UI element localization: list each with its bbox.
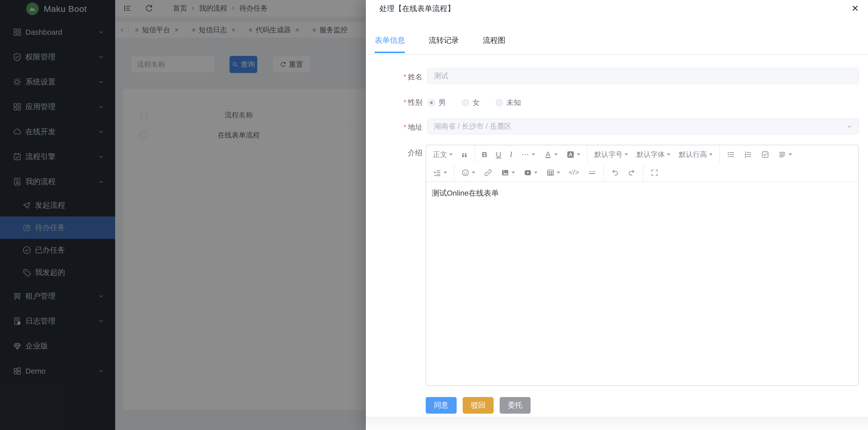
underline-button[interactable]: U — [492, 145, 506, 164]
paragraph-style-button[interactable]: 正文 — [429, 145, 457, 164]
video-button[interactable] — [519, 164, 542, 181]
required-asterisk: * — [404, 73, 406, 81]
address-label: *地址 — [366, 122, 423, 133]
name-field[interactable]: 测试 — [428, 68, 859, 84]
background-color-icon — [566, 150, 575, 159]
fullscreen-icon — [650, 168, 659, 177]
font-family-button[interactable]: 默认字体 — [632, 145, 675, 164]
link-button[interactable] — [479, 164, 497, 181]
table-icon — [546, 168, 555, 177]
process-drawer: 处理【在线表单流程】 × 表单信息 流转记录 流程图 *姓名 测试 *性别 男 … — [366, 0, 868, 430]
link-icon — [484, 168, 492, 177]
bullet-list-icon — [727, 150, 735, 159]
line-height-button[interactable]: 默认行高 — [675, 145, 717, 164]
gender-radio-unknown[interactable]: 未知 — [496, 98, 521, 108]
gender-radio-group: 男 女 未知 — [428, 98, 521, 108]
horizontal-rule-icon — [588, 168, 596, 177]
delegate-button[interactable]: 委托 — [500, 397, 531, 413]
undo-icon — [611, 168, 619, 177]
tabs-divider — [366, 54, 868, 55]
caret-down-icon — [449, 153, 453, 155]
indent-button[interactable] — [429, 164, 451, 181]
reject-button[interactable]: 驳回 — [463, 397, 494, 413]
task-list-button[interactable] — [756, 145, 774, 164]
ellipsis-icon — [521, 150, 530, 159]
required-asterisk: * — [404, 123, 406, 131]
more-text-styles-button[interactable] — [517, 145, 539, 164]
code-block-button[interactable]: </> — [564, 164, 584, 181]
close-icon[interactable]: × — [851, 0, 859, 16]
drawer-footer — [366, 417, 868, 430]
caret-down-icon — [554, 153, 558, 155]
tab-flow-diagram[interactable]: 流程图 — [483, 35, 505, 53]
caret-down-icon — [709, 153, 713, 155]
horizontal-rule-button[interactable] — [584, 164, 601, 181]
editor-toolbar-row-2: </> — [426, 164, 858, 182]
gender-radio-female[interactable]: 女 — [462, 98, 480, 108]
intro-label: 介绍 — [366, 148, 423, 158]
font-color-button[interactable] — [539, 145, 562, 164]
bullet-list-button[interactable] — [722, 145, 740, 164]
radio-checked-icon — [428, 99, 435, 106]
name-label: *姓名 — [366, 72, 423, 82]
radio-icon — [496, 99, 503, 106]
font-size-button[interactable]: 默认字号 — [590, 145, 632, 164]
address-select[interactable]: 湖南省 / 长沙市 / 岳麓区 — [428, 118, 859, 135]
drawer-tabs: 表单信息 流转记录 流程图 — [375, 35, 505, 53]
quote-icon: “ — [461, 155, 468, 160]
image-icon — [501, 168, 509, 177]
video-icon — [524, 168, 532, 177]
image-button[interactable] — [497, 164, 519, 181]
task-list-icon — [761, 150, 769, 159]
editor-toolbar-row-1: 正文 “ B U I — [426, 145, 858, 164]
code-icon: </> — [569, 169, 579, 176]
caret-down-icon — [667, 153, 670, 155]
caret-down-icon — [443, 171, 447, 174]
numbered-list-button[interactable] — [740, 145, 756, 164]
caret-down-icon — [532, 153, 535, 155]
gender-label: *性别 — [366, 97, 423, 108]
indent-icon — [433, 168, 441, 177]
tab-flow-records[interactable]: 流转记录 — [429, 35, 459, 53]
caret-down-icon — [472, 171, 475, 174]
tab-form-info[interactable]: 表单信息 — [375, 35, 405, 53]
emoji-button[interactable] — [457, 164, 479, 181]
agree-button[interactable]: 同意 — [426, 397, 457, 413]
background-color-button[interactable] — [562, 145, 585, 164]
caret-down-icon — [788, 153, 792, 155]
drawer-title: 处理【在线表单流程】 — [379, 3, 455, 14]
undo-button[interactable] — [606, 164, 623, 181]
italic-button[interactable]: I — [505, 145, 517, 164]
required-asterisk: * — [404, 98, 406, 106]
gender-radio-male[interactable]: 男 — [428, 98, 446, 108]
caret-down-icon — [625, 153, 628, 155]
editor-content[interactable]: 测试Online在线表单 — [426, 182, 858, 386]
drawer-actions: 同意 驳回 委托 — [426, 397, 531, 413]
caret-down-icon — [534, 171, 537, 174]
numbered-list-icon — [744, 150, 752, 159]
redo-button[interactable] — [623, 164, 641, 181]
align-icon — [778, 150, 786, 159]
table-button[interactable] — [542, 164, 564, 181]
rich-text-editor: 正文 “ B U I — [426, 145, 859, 386]
font-color-icon — [544, 150, 552, 159]
drawer-mask[interactable] — [0, 0, 366, 430]
align-button[interactable] — [774, 145, 796, 164]
fullscreen-button[interactable] — [646, 164, 663, 181]
caret-down-icon — [557, 171, 560, 174]
editor-paragraph: 测试Online在线表单 — [432, 187, 852, 199]
radio-icon — [462, 99, 469, 106]
chevron-down-icon — [846, 123, 853, 130]
bold-button[interactable]: B — [477, 145, 492, 164]
emoji-icon — [461, 168, 470, 177]
blockquote-button[interactable]: “ — [457, 145, 472, 164]
caret-down-icon — [577, 153, 580, 155]
redo-icon — [628, 168, 636, 177]
caret-down-icon — [512, 171, 515, 174]
